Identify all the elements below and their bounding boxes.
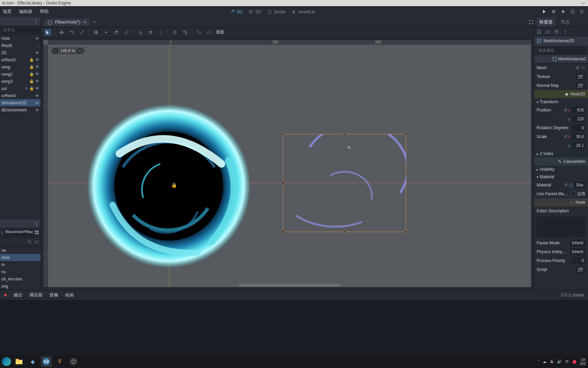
distraction-free-icon[interactable] (529, 20, 534, 25)
move-tool-icon[interactable] (58, 29, 65, 36)
scene-tree-node[interactable]: ceng🔒👁 (0, 63, 40, 71)
window-minimize-icon[interactable]: — (574, 1, 588, 5)
scene-tree-node[interactable]: dEnvironment👁 (0, 106, 40, 113)
lock-icon[interactable]: 🔒 (29, 58, 34, 62)
reset-icon[interactable]: ↺ (564, 183, 568, 187)
visibility-icon[interactable]: 👁 (35, 72, 39, 76)
resize-handle-n[interactable] (343, 133, 346, 136)
instance-icon[interactable]: ⎘ (26, 86, 28, 91)
visibility-icon[interactable]: 👁 (35, 86, 39, 91)
inspected-object[interactable]: MeshInstance2D (534, 36, 588, 46)
scene-tab[interactable]: ◯ PBlackHole(*) ✕ (44, 18, 90, 26)
pause-button[interactable] (551, 9, 556, 14)
fold-material[interactable]: ▾Material (534, 173, 588, 181)
zoom-out-button[interactable]: − (53, 48, 58, 53)
load-resource-icon[interactable] (545, 29, 550, 34)
menu-scene[interactable]: 场景 (3, 9, 12, 15)
close-icon[interactable]: ✕ (83, 20, 86, 25)
snap-options-icon[interactable]: ⋮ (158, 29, 164, 36)
sort-icon[interactable] (34, 240, 39, 244)
lock-icon[interactable]: 🔒 (29, 79, 34, 83)
scale-tool-icon[interactable] (79, 29, 85, 36)
tray-volume-icon[interactable]: 🔊 (557, 359, 562, 364)
scene-tree-node[interactable]: ceng2🔒👁 (0, 71, 40, 78)
script-open-icon[interactable]: ⌄ (36, 43, 39, 48)
pause-mode-select[interactable]: Inherit (570, 240, 585, 246)
override-camera-icon[interactable] (206, 29, 213, 36)
workspace-script[interactable]: Script (267, 9, 285, 14)
scale-x-input[interactable] (572, 133, 585, 140)
visibility-icon[interactable]: 👁 (35, 101, 39, 105)
history-icon[interactable]: ⋮ (563, 29, 568, 34)
group-icon[interactable] (182, 29, 189, 36)
save-resource-icon[interactable] (554, 29, 559, 34)
scale-y-input[interactable] (572, 142, 585, 149)
scene-tree-node[interactable]: ust⎘🔒👁 (0, 85, 40, 92)
file-item[interactable]: Hole (0, 254, 40, 261)
taskbar-edge-icon[interactable] (2, 357, 11, 366)
filesystem-panel-menu[interactable]: ⋮ (0, 219, 40, 228)
search-files-icon[interactable] (28, 240, 32, 244)
filesystem-path[interactable]: BlackHole/PBlack (4, 229, 33, 236)
tab-output[interactable]: 输出 (14, 292, 22, 298)
canvas-content[interactable]: 🔒 ↖ (48, 45, 531, 287)
fold-transform[interactable]: ▾Transform (534, 98, 588, 106)
resize-handle-se[interactable] (404, 230, 407, 233)
pivot-tool-icon[interactable] (103, 29, 110, 36)
view-menu[interactable]: 视图 (216, 29, 224, 35)
canvas-viewport[interactable]: 0 250 500 (43, 40, 532, 288)
section-node2d[interactable]: ◉ Node2D (534, 90, 588, 98)
ruler-tool-icon[interactable] (123, 29, 130, 36)
scene-tree-node[interactable]: 2D👁 (0, 49, 40, 56)
menu-editor[interactable]: 编辑器 (19, 9, 32, 15)
zoom-text[interactable]: 149.8 % (60, 48, 75, 53)
normalmap-picker[interactable]: [空 (576, 82, 585, 89)
select-tool-icon[interactable] (44, 29, 51, 36)
workspace-3d[interactable]: 3D (248, 9, 261, 14)
grid-view-icon[interactable] (34, 230, 39, 235)
visibility-icon[interactable]: 👁 (35, 58, 39, 62)
tray-cloud-icon[interactable]: ☁ (543, 359, 546, 364)
resize-handle-w[interactable] (282, 182, 284, 184)
tray-network-icon[interactable]: 🖧 (550, 359, 554, 364)
tray-clock[interactable]: 10: 202 (580, 357, 586, 366)
resize-handle-sw[interactable] (282, 230, 284, 233)
use-parent-checkbox[interactable] (571, 191, 576, 196)
rotation-input[interactable] (572, 124, 585, 131)
file-item[interactable]: ns (0, 268, 40, 275)
pan-tool-icon[interactable] (113, 29, 120, 36)
scene-tree-node[interactable]: shInstance2D👁 (0, 99, 40, 106)
expand-icon[interactable] (581, 65, 585, 70)
taskbar-godot-icon[interactable] (41, 356, 52, 367)
position-x-input[interactable] (572, 107, 585, 113)
inspector-filter-input[interactable] (537, 47, 585, 54)
editor-description-input[interactable] (537, 217, 585, 237)
scene-tree-node[interactable]: Hole👁 (0, 35, 40, 42)
tab-debugger[interactable]: 调试器 (29, 292, 43, 298)
tray-ime[interactable]: 中 (565, 359, 569, 364)
grid-snap-icon[interactable] (147, 29, 154, 36)
list-select-icon[interactable] (93, 29, 99, 36)
scene-tree-node[interactable]: ceng3🔒👁 (0, 78, 40, 85)
visibility-icon[interactable]: 👁 (35, 79, 39, 83)
system-tray[interactable]: ˄ ☁ 🖧 🔊 中 ⬤ 10: 202 (537, 357, 586, 366)
reset-icon[interactable]: ↺ (576, 65, 579, 70)
taskbar-explorer-icon[interactable] (14, 356, 24, 367)
resize-handle-e[interactable] (404, 182, 407, 184)
horizontal-scrollbar[interactable] (239, 284, 341, 287)
tab-inspector[interactable]: 检查器 (537, 18, 555, 27)
position-y-input[interactable] (572, 116, 585, 122)
back-icon[interactable]: ‹ (1, 230, 3, 235)
script-picker[interactable]: [空 (576, 266, 585, 273)
rotate-tool-icon[interactable] (68, 29, 75, 36)
new-resource-icon[interactable] (537, 29, 541, 34)
taskbar-app1-icon[interactable]: ◆ (27, 356, 38, 367)
texture-picker[interactable]: [空 (576, 73, 585, 80)
visibility-icon[interactable]: 👁 (35, 36, 39, 41)
class-breadcrumb[interactable]: MeshInstance2 (534, 55, 588, 63)
tab-node[interactable]: 节点 (561, 19, 570, 25)
menu-help[interactable]: 帮助 (40, 9, 49, 15)
visibility-icon[interactable]: 👁 (35, 94, 39, 98)
taskbar-mic-icon[interactable]: 🎙 (54, 356, 65, 367)
tab-audio[interactable]: 音频 (49, 292, 58, 298)
